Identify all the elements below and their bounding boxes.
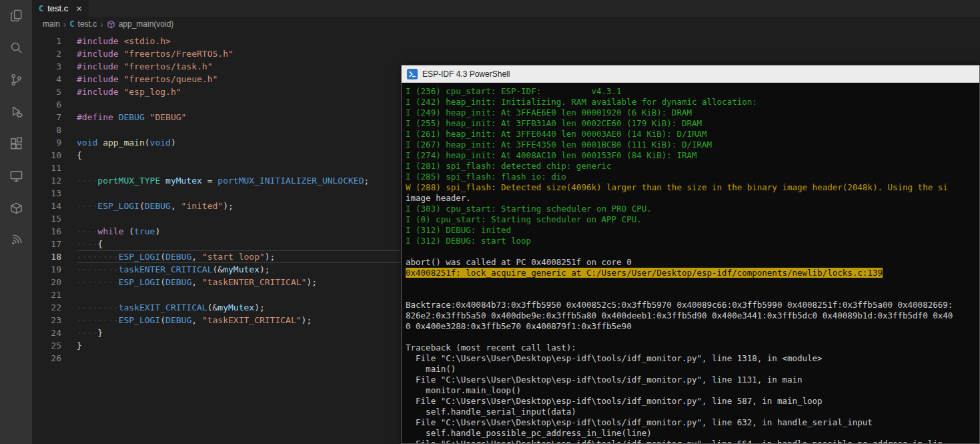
terminal-line: I (255) heap_init: At 3FFB31A0 len 0002C…	[406, 118, 979, 129]
line-number: 23	[32, 314, 61, 326]
activity-bar-remote-explorer[interactable]	[7, 167, 25, 184]
line-number: 7	[32, 111, 61, 124]
breadcrumb-item-folder[interactable]: main	[43, 19, 60, 29]
line-number: 13	[32, 187, 61, 200]
terminal-line: I (267) heap_init: At 3FFE4350 len 0001B…	[406, 140, 979, 150]
run-debug-icon	[9, 104, 24, 120]
line-number: 6	[32, 98, 61, 111]
terminal-line: I (274) heap_init: At 4008AC10 len 00015…	[406, 150, 979, 161]
terminal-line: main()	[406, 364, 979, 375]
terminal-line: File "C:\Users\User\Desktop\esp-idf\tool…	[406, 353, 979, 364]
tab-label: test.c	[47, 3, 68, 13]
terminal-line: I (0) cpu_start: Starting scheduler on A…	[406, 214, 979, 225]
line-number: 1	[32, 35, 61, 47]
terminal-window: ESP-IDF 4.3 PowerShell I (236) cpu_start…	[401, 65, 980, 444]
powershell-icon	[407, 69, 418, 79]
activity-bar-source-control[interactable]	[7, 71, 25, 88]
line-number: 15	[32, 212, 61, 225]
terminal-line: File "C:\Users\User\Desktop\esp-idf\tool…	[406, 439, 979, 443]
search-icon	[9, 40, 24, 55]
line-number: 10	[32, 149, 61, 162]
line-number: 11	[32, 162, 61, 174]
line-number: 22	[32, 301, 61, 314]
tab-bar: C test.c ×	[32, 0, 980, 17]
terminal-line	[406, 278, 979, 289]
breadcrumb-item-file[interactable]: test.c	[78, 19, 97, 29]
terminal-line: File "C:\Users\User\Desktop\esp-idf\tool…	[406, 396, 979, 407]
line-number: 25	[32, 339, 61, 352]
tab-close-icon[interactable]: ×	[76, 3, 82, 13]
method-symbol-icon	[107, 20, 115, 29]
tab-test-c[interactable]: C test.c ×	[32, 0, 89, 17]
line-number: 14	[32, 200, 61, 212]
line-number: 9	[32, 136, 61, 149]
line-number: 19	[32, 263, 61, 276]
terminal-line: monitor.main_loop()	[406, 385, 979, 396]
line-number: 24	[32, 326, 61, 339]
breadcrumb: main › C test.c › app_main(void)	[32, 17, 980, 31]
extensions-icon	[9, 136, 24, 152]
terminal-line: self.handle_possible_pc_address_in_line(…	[406, 428, 979, 439]
terminal-title: ESP-IDF 4.3 PowerShell	[422, 69, 510, 79]
activity-bar-packages[interactable]	[7, 199, 25, 216]
line-number: 21	[32, 288, 61, 301]
terminal-titlebar[interactable]: ESP-IDF 4.3 PowerShell	[402, 65, 979, 83]
terminal-line: image header.	[406, 193, 979, 204]
line-number: 17	[32, 238, 61, 250]
espressif-icon	[9, 232, 24, 248]
terminal-line: abort() was called at PC 0x4008251f on c…	[406, 257, 979, 268]
activity-bar-explorer[interactable]	[7, 7, 25, 24]
line-number: 16	[32, 225, 61, 238]
code-line[interactable]: 2#include "freertos/FreeRTOS.h"	[32, 47, 980, 60]
line-number: 8	[32, 124, 61, 136]
terminal-line: 0 0x400e3288:0x3ffb5e70 0x400879f1:0x3ff…	[406, 321, 979, 332]
line-number: 12	[32, 174, 61, 187]
terminal-line: I (303) cpu_start: Starting scheduler on…	[406, 204, 979, 214]
source-control-icon	[9, 72, 24, 87]
terminal-output[interactable]: I (236) cpu_start: ESP-IDF: v4.3.1I (242…	[402, 83, 979, 443]
terminal-line: 0x4008251f: lock_acquire_generic at C:/U…	[406, 268, 979, 278]
c-file-icon: C	[69, 19, 74, 29]
code-text: #include "freertos/FreeRTOS.h"	[77, 47, 980, 60]
line-number: 3	[32, 60, 61, 73]
explorer-icon	[9, 8, 24, 23]
line-number: 20	[32, 276, 61, 288]
line-number: 26	[32, 352, 61, 365]
terminal-line: I (312) DEBUG: start loop	[406, 236, 979, 246]
terminal-line: Backtrace:0x40084b73:0x3ffb5950 0x400852…	[406, 300, 979, 310]
terminal-line	[406, 332, 979, 343]
chevron-right-icon: ›	[63, 19, 66, 29]
terminal-line: I (312) DEBUG: inited	[406, 225, 979, 236]
terminal-line: 826e2:0x3ffb5a50 0x400dbe9e:0x3ffb5a80 0…	[406, 310, 979, 321]
line-number: 2	[32, 47, 61, 60]
activity-bar-espressif[interactable]	[7, 231, 25, 248]
terminal-line: I (285) spi_flash: flash io: dio	[406, 172, 979, 182]
activity-bar-run-debug[interactable]	[7, 103, 25, 120]
remote-explorer-icon	[9, 168, 24, 184]
activity-bar-extensions[interactable]	[7, 135, 25, 152]
chevron-right-icon: ›	[100, 19, 103, 29]
package-box-icon	[9, 200, 24, 216]
c-file-icon: C	[39, 4, 43, 13]
terminal-line: I (242) heap_init: Initializing. RAM ava…	[406, 97, 979, 107]
line-number: 5	[32, 85, 61, 98]
terminal-line: I (249) heap_init: At 3FFAE6E0 len 00001…	[406, 107, 979, 118]
terminal-line: File "C:\Users\User\Desktop\esp-idf\tool…	[406, 417, 979, 428]
code-line[interactable]: 1#include <stdio.h>	[32, 35, 980, 47]
terminal-line: Traceback (most recent call last):	[406, 343, 979, 353]
terminal-line: self.handle_serial_input(data)	[406, 407, 979, 417]
terminal-line: I (281) spi_flash: detected chip: generi…	[406, 161, 979, 172]
terminal-line: I (236) cpu_start: ESP-IDF: v4.3.1	[406, 86, 979, 97]
line-number: 18	[32, 250, 61, 263]
terminal-line: File "C:\Users\User\Desktop\esp-idf\tool…	[406, 375, 979, 385]
breadcrumb-item-symbol[interactable]: app_main(void)	[119, 19, 174, 29]
terminal-line	[406, 246, 979, 257]
activity-bar-search[interactable]	[7, 39, 25, 56]
terminal-line: W (288) spi_flash: Detected size(4096k) …	[406, 182, 979, 193]
terminal-line	[406, 289, 979, 300]
code-text: #include <stdio.h>	[77, 35, 980, 47]
activity-bar	[0, 0, 32, 444]
line-number: 4	[32, 73, 61, 85]
terminal-line: I (261) heap_init: At 3FFE0440 len 00003…	[406, 129, 979, 140]
